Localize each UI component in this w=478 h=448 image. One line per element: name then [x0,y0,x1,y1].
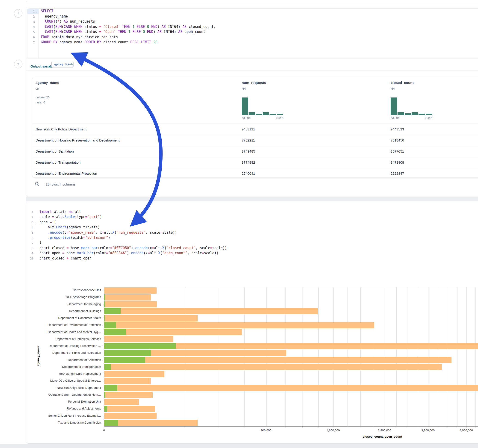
gridline [385,287,385,426]
table-cell: Department of Housing Preservation and D… [36,135,120,146]
column-header[interactable]: agency_name [36,81,59,85]
table-row: Department of Environmental Protection22… [32,168,478,177]
y-axis-category-label: Refunds and Adjustments [32,407,101,410]
table-cell: Department of Environmental Protection [36,168,97,177]
page-bottom-strip [0,444,478,448]
line-number: 6 [27,36,35,39]
x-axis-tick [360,426,360,428]
y-axis-tick [103,325,104,325]
bar-closed-count [104,294,151,300]
histogram-bar [405,113,411,115]
x-axis-tick [466,426,466,428]
line-number: 4 [27,25,35,29]
code-line: 1⌄SELECT [27,9,478,14]
y-axis-category-label: Operations Unit - Department of Hom… [32,393,101,396]
code-line: 4 alt.Chart(agency_tickets) [26,225,478,230]
x-axis-tick [347,426,347,428]
fold-chevron-icon[interactable]: ⌄ [35,10,38,13]
gridline [438,287,438,426]
code-line: 5 CAST(SUM(CASE WHEN status = 'Open' THE… [27,30,478,35]
code-line: 8chart_closed = base.mark_bar(color="#FF… [26,246,478,251]
sql-code-editor[interactable]: 1⌄SELECT2 agency_name,3 COUNT(*) AS num_… [27,8,478,59]
editor-output-divider [26,59,478,59]
line-number: 3 [27,20,35,24]
gridline [266,287,267,426]
cell-gap-strip [26,197,478,201]
table-cell: 7618456 [391,135,404,146]
y-axis-tick [103,339,104,339]
bar-closed-count [104,399,139,405]
table-row-count: 20 rows, 4 columns [46,182,75,186]
histogram-max-label: 9.5e6 [242,116,283,120]
python-cell-card: 1import altair as alt2scale = alt.Scale(… [26,202,478,444]
column-histogram [391,98,432,115]
text-cursor [55,9,55,13]
line-number: 1 [27,10,35,13]
code-text: agency_name, [41,14,70,19]
bar-closed-count [104,420,198,426]
y-axis-tick [103,402,104,402]
code-text: import altair as alt [39,210,81,214]
gridline [373,287,373,426]
bar-open-count [104,322,116,328]
x-axis-tick [438,426,438,428]
gridline [475,287,476,426]
fold-chevron-icon[interactable]: ⌄ [33,221,37,224]
histogram-bar [242,98,248,115]
code-line: 2scale = alt.Scale(type="sqrt") [26,215,478,220]
code-text: chart_closed + chart_open [39,256,92,260]
bar-open-count [104,315,105,322]
bar-open-count [104,329,126,335]
python-code-editor[interactable]: 1import altair as alt2scale = alt.Scale(… [26,210,478,269]
table-cell: 3471908 [391,157,404,168]
code-text: chart_open = base.mark_bar(color="#8BC34… [39,251,219,255]
histogram-max-label: 9.4e6 [391,116,432,120]
y-axis-category-label: Department of Housing Preservation … [32,344,101,348]
code-line: 10chart_closed + chart_open [26,256,478,261]
x-axis-tick [185,426,185,428]
bar-closed-count [104,406,155,412]
column-header[interactable]: closed_count [391,81,414,85]
code-text: alt.Chart(agency_tickets) [39,225,100,229]
bar-open-count [104,392,105,398]
line-number: 8 [26,246,33,250]
search-icon[interactable] [35,182,39,186]
x-axis-tick [407,426,407,428]
table-cell: 9453131 [242,124,255,135]
column-type: str [36,87,39,90]
table-cell: 3749485 [242,146,255,157]
code-text: .properties(width="container") [39,236,110,240]
code-text: chart_closed = base.mark_bar(color="#FFC… [39,246,227,250]
code-line: 9chart_open = base.mark_bar(color="#8BC3… [26,251,478,256]
bar-open-count [104,420,118,426]
y-axis-tick [103,360,104,360]
gridline [318,287,319,426]
gridline [407,287,408,426]
gridline [418,287,418,426]
y-axis-tick [103,304,104,305]
code-text: CAST(SUM(CASE WHEN status = 'Open' THEN … [41,30,205,34]
line-number: 2 [26,216,33,219]
add-cell-button-middle[interactable]: + [14,60,22,68]
gridline [333,287,334,426]
y-axis-category-label: Department of Transportation [32,365,101,368]
x-axis-tick [447,426,448,428]
column-header[interactable]: num_requests [242,81,266,85]
table-cell: 7782211 [242,135,255,146]
line-number: 7 [27,41,35,44]
y-axis-category-label: New York City Police Department [32,386,101,389]
y-axis-tick [103,297,104,297]
histogram-bar [426,114,432,115]
line-number: 1 [26,210,33,214]
code-text: ) [39,241,42,245]
column-histogram [242,98,283,115]
add-cell-button-top[interactable]: + [14,9,22,18]
output-variable-pill[interactable]: agency_tickets [51,61,74,68]
x-axis-tick [244,426,245,428]
table-cell: 3677651 [391,146,404,157]
altair-chart [104,287,478,427]
gridline [428,287,428,426]
code-line: 4 CAST(SUM(CASE WHEN status = 'Closed' T… [27,25,478,30]
bar-closed-count [104,392,153,398]
code-line: 3⌄base = ( [26,220,478,225]
